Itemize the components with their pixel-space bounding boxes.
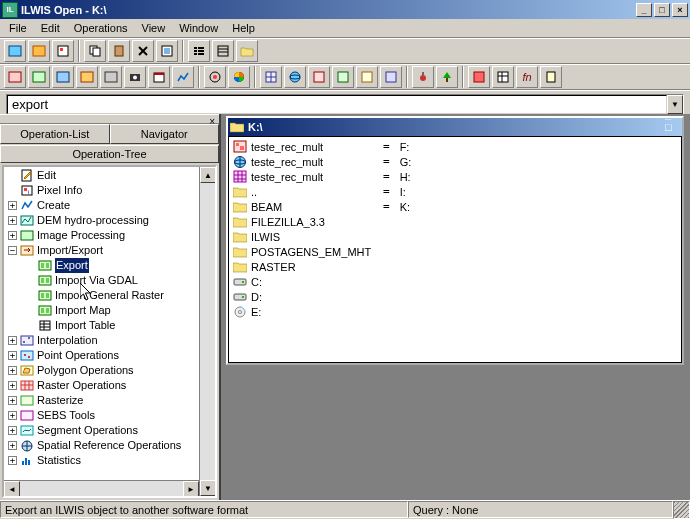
catalog-maximize-button[interactable]: □ <box>665 121 680 134</box>
catalog-item[interactable]: RASTER <box>233 259 375 274</box>
tree-item[interactable]: +Statistics <box>4 453 199 468</box>
menu-edit[interactable]: Edit <box>34 20 67 36</box>
catalog-minimize-button[interactable]: _ <box>665 108 680 121</box>
tb-delete-icon[interactable] <box>132 40 154 62</box>
tree-item[interactable]: +Rasterize <box>4 393 199 408</box>
tree-item[interactable]: +Spatial Reference Operations <box>4 438 199 453</box>
catalog-item[interactable]: C: <box>233 274 375 289</box>
catalog-item[interactable]: =F: <box>383 139 435 154</box>
tree-item[interactable]: −Import/Export <box>4 243 199 258</box>
catalog-item[interactable]: =K: <box>383 199 435 214</box>
tb2-tree-icon[interactable] <box>436 66 458 88</box>
tree-expand-icon[interactable]: − <box>8 246 17 255</box>
tb2-grid2-icon[interactable] <box>308 66 330 88</box>
tree-expand-icon[interactable]: + <box>8 216 17 225</box>
tree-item[interactable]: +Polygon Operations <box>4 363 199 378</box>
tree-expand-icon[interactable]: + <box>8 366 17 375</box>
catalog-item[interactable]: =G: <box>383 154 435 169</box>
tab-operation-list[interactable]: Operation-List <box>0 124 110 144</box>
tb2-5-icon[interactable] <box>100 66 122 88</box>
catalog-item[interactable]: E: <box>233 304 375 319</box>
tree-hscrollbar[interactable]: ◄ ► <box>4 480 199 496</box>
menu-window[interactable]: Window <box>172 20 225 36</box>
tb-paste-icon[interactable] <box>108 40 130 62</box>
tree-vscrollbar[interactable]: ▲ ▼ <box>199 167 215 496</box>
tree-expand-icon[interactable]: + <box>8 381 17 390</box>
tb2-grid1-icon[interactable] <box>260 66 282 88</box>
tb-map-icon[interactable] <box>4 40 26 62</box>
tree-expand-icon[interactable]: + <box>8 456 17 465</box>
tb-props-icon[interactable] <box>156 40 178 62</box>
tree-item[interactable]: +Point Operations <box>4 348 199 363</box>
tb2-grid5-icon[interactable] <box>380 66 402 88</box>
menu-operations[interactable]: Operations <box>67 20 135 36</box>
tb2-wheel2-icon[interactable] <box>228 66 250 88</box>
tb2-red-icon[interactable] <box>468 66 490 88</box>
tb2-script-icon[interactable] <box>540 66 562 88</box>
tb2-grid3-icon[interactable] <box>332 66 354 88</box>
catalog-item[interactable]: teste_rec_mult <box>233 139 375 154</box>
tree-expand-icon[interactable]: + <box>8 336 17 345</box>
catalog-item[interactable]: BEAM <box>233 199 375 214</box>
tree-item[interactable]: Export <box>4 258 199 273</box>
scroll-left-icon[interactable]: ◄ <box>4 481 20 497</box>
resize-grip[interactable] <box>673 501 690 519</box>
tree-item[interactable]: +Interpolation <box>4 333 199 348</box>
tree-item[interactable]: Import Via GDAL <box>4 273 199 288</box>
catalog-item[interactable]: teste_rec_mult <box>233 169 375 184</box>
tree-item[interactable]: +Segment Operations <box>4 423 199 438</box>
tb2-fn-icon[interactable]: fn <box>516 66 538 88</box>
close-button[interactable]: × <box>672 3 688 17</box>
tb2-camera-icon[interactable] <box>124 66 146 88</box>
tree-item[interactable]: iPixel Info <box>4 183 199 198</box>
tree-item[interactable]: +Raster Operations <box>4 378 199 393</box>
tree-item[interactable]: +DEM hydro-processing <box>4 213 199 228</box>
catalog-item[interactable]: FILEZILLA_3.3 <box>233 214 375 229</box>
tree-item[interactable]: Edit <box>4 168 199 183</box>
maximize-button[interactable]: □ <box>654 3 670 17</box>
catalog-item[interactable]: =I: <box>383 184 435 199</box>
tree-expand-icon[interactable]: + <box>8 441 17 450</box>
catalog-titlebar[interactable]: K:\ _ □ × <box>228 118 682 136</box>
tree-expand-icon[interactable]: + <box>8 351 17 360</box>
tree-expand-icon[interactable]: + <box>8 411 17 420</box>
tree-item[interactable]: Import Map <box>4 303 199 318</box>
tree-expand-icon[interactable]: + <box>8 231 17 240</box>
tb-copy-icon[interactable] <box>84 40 106 62</box>
command-input[interactable] <box>7 95 667 114</box>
tb2-2-icon[interactable] <box>28 66 50 88</box>
tree-item[interactable]: +Image Processing <box>4 228 199 243</box>
tb-list-icon[interactable] <box>188 40 210 62</box>
menu-file[interactable]: File <box>2 20 34 36</box>
tree-expand-icon[interactable]: + <box>8 201 17 210</box>
tb2-3-icon[interactable] <box>52 66 74 88</box>
minimize-button[interactable]: _ <box>636 3 652 17</box>
catalog-item[interactable]: .. <box>233 184 375 199</box>
catalog-item[interactable]: POSTAGENS_EM_MHT <box>233 244 375 259</box>
catalog-item[interactable]: =H: <box>383 169 435 184</box>
catalog-item[interactable]: teste_rec_mult <box>233 154 375 169</box>
catalog-body[interactable]: teste_rec_multteste_rec_multteste_rec_mu… <box>228 136 682 363</box>
menu-help[interactable]: Help <box>225 20 262 36</box>
tree-expand-icon[interactable]: + <box>8 426 17 435</box>
tab-navigator[interactable]: Navigator <box>110 124 220 144</box>
tb2-table-icon[interactable] <box>492 66 514 88</box>
operation-tree[interactable]: EditiPixel Info+Create+DEM hydro-process… <box>4 167 199 480</box>
tree-expand-icon[interactable]: + <box>8 396 17 405</box>
scroll-right-icon[interactable]: ► <box>183 481 199 497</box>
tb-pixel-icon[interactable] <box>52 40 74 62</box>
tb-raster-icon[interactable] <box>28 40 50 62</box>
tb2-4-icon[interactable] <box>76 66 98 88</box>
tb-details-icon[interactable] <box>212 40 234 62</box>
scroll-down-icon[interactable]: ▼ <box>200 480 216 496</box>
catalog-item[interactable]: ILWIS <box>233 229 375 244</box>
tb2-globe-icon[interactable] <box>284 66 306 88</box>
tree-item[interactable]: Import Table <box>4 318 199 333</box>
tree-item[interactable]: Import General Raster <box>4 288 199 303</box>
scroll-up-icon[interactable]: ▲ <box>200 167 216 183</box>
tree-item[interactable]: +Create <box>4 198 199 213</box>
tb2-1-icon[interactable] <box>4 66 26 88</box>
menu-view[interactable]: View <box>135 20 173 36</box>
tb2-grid4-icon[interactable] <box>356 66 378 88</box>
tb-folder-up-icon[interactable] <box>236 40 258 62</box>
